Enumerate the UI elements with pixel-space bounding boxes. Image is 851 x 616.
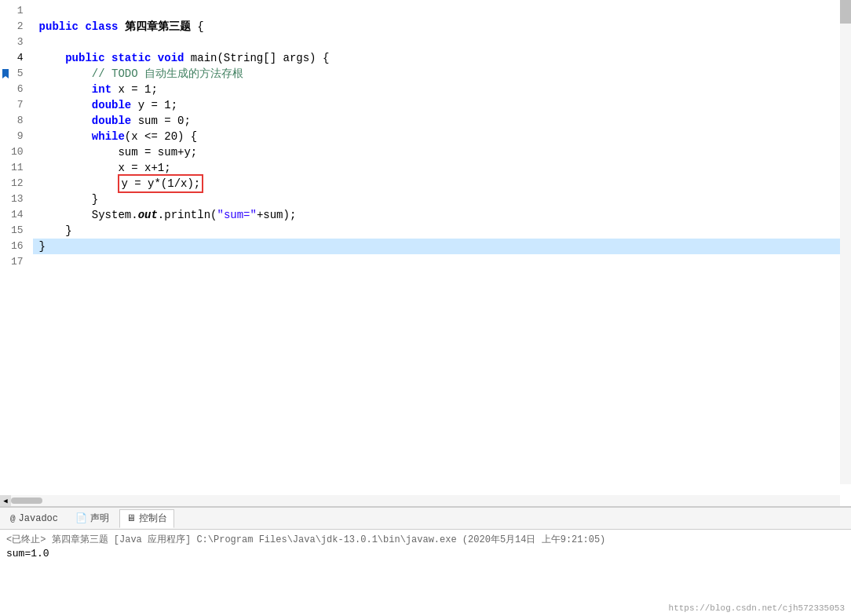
- bookmark-6: [0, 82, 11, 97]
- code-line-15[interactable]: }: [33, 223, 851, 239]
- horizontal-scrollbar[interactable]: ◀ ▶: [0, 495, 840, 506]
- line-number-10: 10: [11, 144, 27, 160]
- code-line-3[interactable]: [33, 35, 851, 50]
- line-number-9: 9: [11, 129, 27, 144]
- line-number-2: 2: [11, 19, 27, 35]
- code-line-2[interactable]: public class 第四章第三题 {: [33, 19, 851, 35]
- bookmark-2: [0, 19, 11, 35]
- horizontal-scrollbar-thumb[interactable]: [11, 498, 42, 504]
- 声明-tab-label: 声明: [90, 512, 109, 525]
- code-line-10[interactable]: sum = sum+y;: [33, 144, 851, 160]
- bookmark-17: [0, 254, 11, 270]
- console-terminated-text: <已终止> 第四章第三题 [Java 应用程序] C:\Program File…: [6, 533, 845, 546]
- 控制台-icon: 🖥: [126, 512, 136, 524]
- console-output: sum=1.0: [6, 548, 845, 560]
- line-number-6: 6: [11, 82, 27, 97]
- bookmark-12: [0, 176, 11, 191]
- bookmark-13: [0, 191, 11, 207]
- code-line-5[interactable]: // TODO 自动生成的方法存根: [33, 66, 851, 82]
- line-number-16: 16: [11, 239, 27, 254]
- bookmark-7: [0, 97, 11, 113]
- code-line-8[interactable]: double sum = 0;: [33, 113, 851, 129]
- code-line-7[interactable]: double y = 1;: [33, 97, 851, 113]
- line-number-17: 17: [11, 254, 27, 270]
- scroll-left-button[interactable]: ◀: [0, 495, 11, 506]
- bookmark-16: [0, 239, 11, 254]
- line-number-14: 14: [11, 207, 27, 223]
- Javadoc-icon: @: [10, 514, 16, 523]
- code-line-17[interactable]: [33, 254, 851, 270]
- line-number-3: 3: [11, 35, 27, 50]
- bookmark-4: [0, 50, 11, 66]
- Javadoc-tab-label: Javadoc: [19, 513, 58, 524]
- bookmark-9: [0, 129, 11, 144]
- line-number-7: 7: [11, 97, 27, 113]
- code-line-9[interactable]: while(x <= 20) {: [33, 129, 851, 144]
- bookmark-10: [0, 144, 11, 160]
- editor-area: 1234567891011121314151617 public class 第…: [0, 0, 851, 506]
- code-scroll-area[interactable]: public class 第四章第三题 { public static void…: [33, 0, 851, 495]
- line-number-13: 13: [11, 191, 27, 207]
- line-number-5: 5: [11, 66, 27, 82]
- code-line-11[interactable]: x = x+1;: [33, 160, 851, 176]
- bottom-tab-Javadoc[interactable]: @Javadoc: [3, 509, 65, 528]
- line-number-column: 1234567891011121314151617: [11, 0, 33, 495]
- bookmark-3: [0, 35, 11, 50]
- bookmark-5: [0, 66, 11, 82]
- code-line-1[interactable]: [33, 3, 851, 19]
- bottom-panel: @Javadoc📄声明🖥控制台 <已终止> 第四章第三题 [Java 应用程序]…: [0, 506, 851, 616]
- bookmark-column: [0, 0, 11, 495]
- code-line-12[interactable]: y = y*(1/x);: [33, 176, 851, 191]
- bookmark-11: [0, 160, 11, 176]
- bottom-tab-声明[interactable]: 📄声明: [68, 509, 116, 528]
- line-number-4: 4: [11, 50, 27, 66]
- bookmark-8: [0, 113, 11, 129]
- line-number-8: 8: [11, 113, 27, 129]
- code-line-16[interactable]: }: [33, 239, 851, 254]
- line-number-12: 12: [11, 176, 27, 191]
- line-number-15: 15: [11, 223, 27, 239]
- scroll-track[interactable]: [11, 495, 829, 506]
- line-number-1: 1: [11, 3, 27, 19]
- watermark: https://blog.csdn.net/cjh572335053: [669, 603, 845, 613]
- 声明-icon: 📄: [75, 512, 87, 524]
- 控制台-tab-label: 控制台: [139, 512, 167, 525]
- bookmark-14: [0, 207, 11, 223]
- code-line-4[interactable]: public static void main(String[] args) {: [33, 50, 851, 66]
- code-line-14[interactable]: System.out.println("sum="+sum);: [33, 207, 851, 223]
- scrollbar-corner: [829, 495, 840, 506]
- bottom-tab-控制台[interactable]: 🖥控制台: [119, 509, 174, 528]
- vertical-scrollbar-thumb[interactable]: [840, 0, 851, 24]
- bottom-tabs: @Javadoc📄声明🖥控制台: [0, 508, 851, 530]
- bookmark-15: [0, 223, 11, 239]
- code-line-13[interactable]: }: [33, 191, 851, 207]
- code-container: 1234567891011121314151617 public class 第…: [0, 0, 851, 495]
- line-number-11: 11: [11, 160, 27, 176]
- highlighted-code: y = y*(1/x);: [118, 174, 203, 193]
- code-line-6[interactable]: int x = 1;: [33, 82, 851, 97]
- bookmark-1: [0, 3, 11, 19]
- vertical-scrollbar[interactable]: [840, 0, 851, 484]
